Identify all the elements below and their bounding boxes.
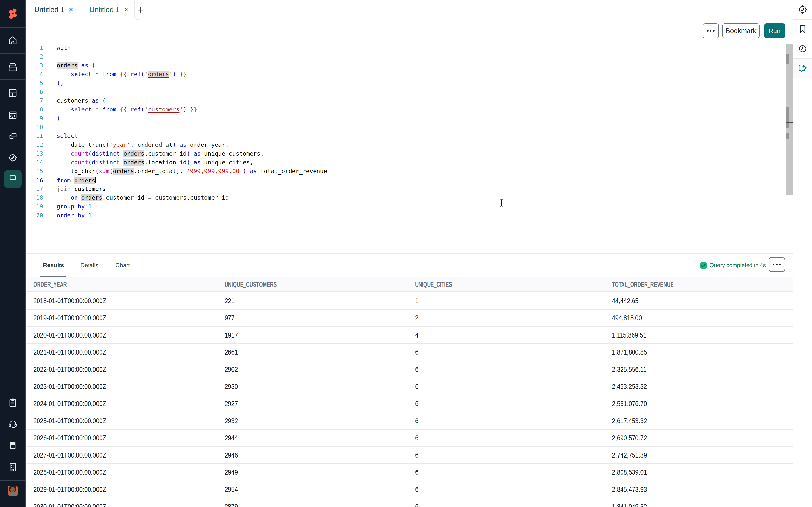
code-line-15[interactable]: 15 to_char(sum(orders.order_total), '999… bbox=[27, 167, 793, 176]
check-circle-icon bbox=[700, 262, 707, 269]
table-row[interactable]: 2030-01-01T00:00:00.000Z287961,841,049.3… bbox=[27, 498, 793, 507]
table-cell: 2946 bbox=[224, 447, 241, 463]
code-line-20[interactable]: 20order by 1 bbox=[27, 211, 793, 220]
column-header-label: UNIQUE_CITIES bbox=[415, 280, 452, 288]
code-line-13[interactable]: 13 count(distinct orders.customer_id) as… bbox=[27, 149, 793, 158]
bookmark-label: Bookmark bbox=[725, 27, 756, 35]
ai-chat-icon[interactable] bbox=[793, 59, 812, 78]
history-clock-icon[interactable] bbox=[793, 39, 812, 59]
column-header[interactable]: UNIQUE_CITIES bbox=[415, 277, 471, 291]
table-row[interactable]: 2020-01-01T00:00:00.000Z191741,115,869.5… bbox=[27, 327, 793, 344]
clipboard-icon[interactable] bbox=[8, 398, 18, 408]
table-cell: 2927 bbox=[224, 395, 241, 412]
table-cell: 44,442.65 bbox=[612, 292, 645, 309]
table-cell: 2,845,473.93 bbox=[612, 481, 655, 498]
editor-more-button[interactable] bbox=[703, 23, 719, 39]
table-row[interactable]: 2024-01-01T00:00:00.000Z292762,551,076.7… bbox=[27, 395, 793, 412]
table-cell: 6 bbox=[415, 378, 419, 395]
new-tab-button[interactable]: + bbox=[137, 4, 144, 15]
code-line-8[interactable]: 8 select * from {{ ref('customers') }} bbox=[27, 105, 793, 114]
table-cell: 2,742,751.39 bbox=[612, 447, 655, 463]
tab-details-label: Details bbox=[81, 262, 98, 269]
table-cell: 6 bbox=[415, 361, 419, 378]
sql-editor[interactable]: 1with23orders as (4 select * from {{ ref… bbox=[27, 43, 793, 253]
editor-toolbar: Bookmark Run bbox=[27, 20, 793, 43]
code-line-11[interactable]: 11select bbox=[27, 131, 793, 140]
column-header-label: TOTAL_ORDER_REVENUE bbox=[612, 280, 674, 288]
code-line-19[interactable]: 19group by 1 bbox=[27, 202, 793, 211]
column-header[interactable]: UNIQUE_CUSTOMERS bbox=[224, 277, 304, 291]
tab-results[interactable]: Results bbox=[43, 254, 64, 277]
explore-compass-icon[interactable] bbox=[793, 0, 812, 19]
code-line-3[interactable]: 3orders as ( bbox=[27, 61, 793, 70]
tab-chart[interactable]: Chart bbox=[115, 254, 130, 277]
code-line-17[interactable]: 17join customers bbox=[27, 184, 793, 193]
code-line-5[interactable]: 5), bbox=[27, 78, 793, 88]
results-tab-bar: Results Details Chart Query completed in… bbox=[27, 254, 793, 278]
compass-icon[interactable] bbox=[8, 153, 18, 163]
dashboard-icon[interactable] bbox=[8, 88, 18, 98]
organization-icon[interactable] bbox=[8, 462, 18, 472]
terminal-laptop-icon[interactable] bbox=[8, 174, 18, 183]
code-line-6[interactable]: 6 bbox=[27, 88, 793, 96]
windows-icon[interactable] bbox=[8, 131, 18, 141]
table-cell: 6 bbox=[415, 430, 419, 446]
code-line-18[interactable]: 18 on orders.customer_id = customers.cus… bbox=[27, 193, 793, 202]
code-line-1[interactable]: 1with bbox=[27, 43, 793, 52]
run-button[interactable]: Run bbox=[764, 23, 785, 39]
table-row[interactable]: 2018-01-01T00:00:00.000Z221144,442.65 bbox=[27, 292, 793, 309]
table-row[interactable]: 2019-01-01T00:00:00.000Z9772494,818.00 bbox=[27, 309, 793, 327]
line-number: 10 bbox=[27, 123, 43, 131]
results-more-button[interactable] bbox=[769, 257, 785, 272]
line-number: 8 bbox=[27, 105, 43, 114]
line-number: 15 bbox=[27, 167, 43, 176]
tab-chart-label: Chart bbox=[115, 262, 130, 269]
tab-untitled-1[interactable]: Untitled 1 ✕ bbox=[34, 0, 73, 19]
bookmark-button[interactable]: Bookmark bbox=[722, 23, 760, 39]
tab-label: Untitled 1 bbox=[34, 6, 64, 14]
table-row[interactable]: 2022-01-01T00:00:00.000Z290262,325,556.1… bbox=[27, 361, 793, 378]
code-line-14[interactable]: 14 count(distinct orders.location_id) as… bbox=[27, 158, 793, 167]
tab-label: Untitled 1 bbox=[90, 6, 120, 14]
table-cell: 2902 bbox=[224, 361, 241, 378]
table-row[interactable]: 2026-01-01T00:00:00.000Z294462,690,570.7… bbox=[27, 430, 793, 447]
tab-untitled-2[interactable]: Untitled 1 ✕ bbox=[90, 0, 129, 19]
table-row[interactable]: 2029-01-01T00:00:00.000Z295462,845,473.9… bbox=[27, 481, 793, 498]
tab-close-icon[interactable]: ✕ bbox=[123, 6, 129, 13]
table-cell: 2026-01-01T00:00:00.000Z bbox=[33, 430, 122, 446]
code-line-10[interactable]: 10 bbox=[27, 123, 793, 131]
tab-bar: Untitled 1 ✕ Untitled 1 ✕ + bbox=[27, 0, 793, 20]
docs-book-icon[interactable] bbox=[8, 440, 18, 450]
code-line-12[interactable]: 12 date_trunc('year', ordered_at) as ord… bbox=[27, 140, 793, 149]
inbox-icon[interactable] bbox=[8, 62, 18, 72]
app-logo-icon[interactable] bbox=[7, 8, 19, 19]
tab-results-label: Results bbox=[43, 262, 64, 269]
left-sidebar bbox=[0, 0, 26, 507]
code-line-16[interactable]: 16from orders bbox=[27, 176, 793, 184]
results-table-body: 2018-01-01T00:00:00.000Z221144,442.65201… bbox=[27, 292, 793, 507]
table-row[interactable]: 2028-01-01T00:00:00.000Z294962,808,539.0… bbox=[27, 464, 793, 481]
table-row[interactable]: 2025-01-01T00:00:00.000Z293262,617,453.3… bbox=[27, 412, 793, 430]
table-row[interactable]: 2023-01-01T00:00:00.000Z293062,453,253.3… bbox=[27, 378, 793, 395]
ellipsis-icon bbox=[707, 30, 715, 32]
bookmarks-icon[interactable] bbox=[793, 19, 812, 39]
table-cell: 2018-01-01T00:00:00.000Z bbox=[33, 292, 122, 309]
table-row[interactable]: 2021-01-01T00:00:00.000Z266161,871,800.8… bbox=[27, 344, 793, 361]
tab-close-icon[interactable]: ✕ bbox=[68, 6, 74, 13]
line-number: 7 bbox=[27, 96, 43, 105]
column-header[interactable]: ORDER_YEAR bbox=[33, 277, 84, 291]
column-header[interactable]: TOTAL_ORDER_REVENUE bbox=[612, 277, 705, 291]
home-icon[interactable] bbox=[8, 36, 18, 45]
code-line-9[interactable]: 9) bbox=[27, 114, 793, 123]
code-line-4[interactable]: 4 select * from {{ ref('orders') }} bbox=[27, 70, 793, 78]
user-avatar[interactable] bbox=[8, 486, 18, 496]
editor-scrollbar[interactable] bbox=[786, 44, 793, 195]
table-cell: 2,325,556.11 bbox=[612, 361, 654, 378]
headset-icon[interactable] bbox=[8, 419, 18, 429]
code-line-7[interactable]: 7customers as ( bbox=[27, 96, 793, 105]
line-number: 1 bbox=[27, 43, 43, 52]
table-row[interactable]: 2027-01-01T00:00:00.000Z294662,742,751.3… bbox=[27, 447, 793, 464]
code-line-2[interactable]: 2 bbox=[27, 52, 793, 61]
tab-details[interactable]: Details bbox=[81, 254, 98, 277]
code-editor-icon[interactable] bbox=[8, 110, 18, 120]
